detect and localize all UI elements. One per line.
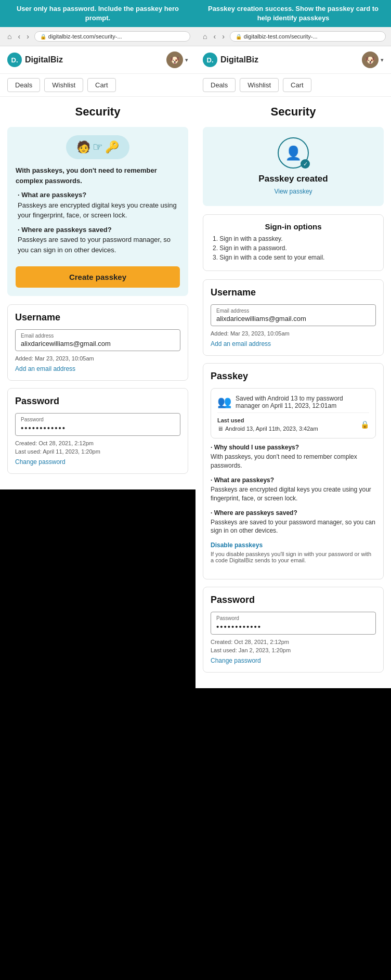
- back-icon-right[interactable]: ‹: [211, 31, 218, 42]
- faq-title-2: · What are passkeys?: [211, 476, 376, 484]
- tab-deals-right[interactable]: Deals: [203, 78, 236, 92]
- banner-right: Passkey creation success. Show the passk…: [196, 0, 391, 27]
- person-scan-icon: 🧑: [76, 140, 90, 154]
- faq-body-2: Passkeys are encrypted digital keys you …: [211, 485, 376, 503]
- page-content-right: Security 👤 ✓ Passkey created View passke…: [196, 97, 391, 688]
- lock-passkey-icon: 🔒: [360, 420, 369, 429]
- disable-passkeys-link[interactable]: Disable passkeys: [211, 541, 376, 549]
- password-lastused-meta-left: Last used: April 11, 2023, 1:20pm: [15, 448, 180, 455]
- logo-area-left: D. DigitalBiz: [7, 53, 63, 67]
- email-label-right: Email address: [216, 308, 370, 314]
- back-icon[interactable]: ‹: [16, 31, 22, 42]
- password-created-meta-left: Created: Oct 28, 2021, 2:12pm: [15, 440, 180, 446]
- password-section-left: Password Password •••••••••••• Created: …: [7, 388, 188, 474]
- browser-nav-left: ⌂ ‹ ›: [5, 31, 31, 42]
- home-icon[interactable]: ⌂: [5, 31, 14, 42]
- email-value-right: alixdaricewilliams@gmail.com: [216, 315, 370, 323]
- faq-title-1: · Why should I use passkeys?: [211, 444, 376, 451]
- username-section-left: Username Email address alixdaricewilliam…: [7, 304, 188, 381]
- url-bar-right[interactable]: 🔒 digitalbiz-test.com/security-...: [230, 31, 386, 42]
- app-header-left: D. DigitalBiz 🐶 ▾: [0, 46, 196, 74]
- app-name-left: DigitalBiz: [25, 55, 63, 65]
- avatar-area-left[interactable]: 🐶 ▾: [166, 51, 188, 68]
- email-label-left: Email address: [21, 333, 175, 339]
- passkey-device-icon: 👥: [217, 395, 231, 409]
- add-email-link-right[interactable]: Add an email address: [211, 340, 271, 347]
- password-field-left: Password ••••••••••••: [15, 413, 180, 436]
- create-passkey-button[interactable]: Create passkey: [16, 266, 180, 288]
- view-passkey-link[interactable]: View passkey: [274, 188, 312, 195]
- username-section-right: Username Email address alixdaricewilliam…: [203, 279, 384, 356]
- username-title-right: Username: [211, 287, 376, 298]
- change-password-link-right[interactable]: Change password: [211, 657, 261, 664]
- faq-item-3: · Where are passkeys saved? Passkeys are…: [211, 509, 376, 536]
- page-title-left: Security: [7, 105, 188, 119]
- hero-icons: 🧑 ☞ 🔑: [66, 135, 129, 159]
- faq-body-1: With passkeys, you don't need to remembe…: [211, 453, 376, 470]
- home-icon-right[interactable]: ⌂: [201, 31, 209, 42]
- passkey-section: Passkey 👥 Saved with Android 13 to my pa…: [203, 363, 384, 579]
- forward-icon[interactable]: ›: [24, 31, 31, 42]
- lock-icon-left: 🔒: [40, 34, 46, 40]
- passkey-section-title: Passkey: [211, 371, 376, 382]
- tab-cart-left[interactable]: Cart: [87, 78, 116, 92]
- change-password-link-left[interactable]: Change password: [15, 458, 66, 466]
- device-name-text: Android 13, April 11th, 2023, 3:42am: [225, 425, 318, 432]
- lock-icon-right: 🔒: [236, 34, 242, 40]
- signin-options-title: Sign-in options: [211, 222, 376, 231]
- chevron-down-icon-right: ▾: [381, 57, 384, 63]
- tab-cart-right[interactable]: Cart: [283, 78, 311, 92]
- password-label-right: Password: [216, 615, 370, 621]
- chevron-down-icon-left: ▾: [185, 57, 188, 63]
- page-content-left: Security 🧑 ☞ 🔑 With passkeys, you don't …: [0, 97, 196, 489]
- tab-wishlist-right[interactable]: Wishlist: [240, 78, 279, 92]
- url-text-left: digitalbiz-test.com/security-...: [48, 33, 122, 40]
- password-title-right: Password: [211, 595, 376, 605]
- signin-option-2: 2. Sign in with a password.: [211, 244, 376, 252]
- password-field-right: Password ••••••••••••: [211, 612, 376, 635]
- signin-option-3: 3. Sign in with a code sent to your emai…: [211, 254, 376, 261]
- forward-icon-right[interactable]: ›: [220, 31, 227, 42]
- hero-bullet-2: · Where are passkeys saved? Passkeys are…: [16, 225, 180, 255]
- disable-passkeys-desc: If you disable passkeys you'll sign in w…: [211, 551, 376, 563]
- passkey-created-card: 👤 ✓ Passkey created View passkey: [203, 127, 384, 206]
- url-text-right: digitalbiz-test.com/security-...: [244, 33, 318, 40]
- left-panel: ⌂ ‹ › 🔒 digitalbiz-test.com/security-...…: [0, 27, 196, 489]
- tab-wishlist-left[interactable]: Wishlist: [44, 78, 83, 92]
- right-panel: ⌂ ‹ › 🔒 digitalbiz-test.com/security-...…: [196, 27, 391, 688]
- faq-title-3: · Where are passkeys saved?: [211, 509, 376, 517]
- logo-mark-right: D.: [203, 53, 217, 67]
- password-lastused-meta-right: Last used: Jan 2, 2023, 1:20pm: [211, 647, 376, 653]
- password-label-left: Password: [21, 417, 175, 422]
- nav-tabs-right: Deals Wishlist Cart: [196, 74, 391, 97]
- fingerprint-icon: ☞: [93, 140, 103, 154]
- passkey-created-icon: 👤 ✓: [278, 137, 309, 169]
- password-section-right: Password Password •••••••••••• Created: …: [203, 587, 384, 673]
- avatar-area-right[interactable]: 🐶 ▾: [362, 51, 384, 68]
- page-title-right: Security: [203, 105, 384, 119]
- password-created-meta-right: Created: Oct 28, 2021, 2:12pm: [211, 639, 376, 645]
- add-email-link-left[interactable]: Add an email address: [15, 365, 75, 372]
- key-icon: 🔑: [105, 140, 119, 154]
- passkey-device-text: Saved with Android 13 to my password man…: [236, 395, 369, 409]
- passkey-device-card: 👥 Saved with Android 13 to my password m…: [211, 388, 376, 439]
- faq-item-2: · What are passkeys? Passkeys are encryp…: [211, 476, 376, 503]
- url-bar-left[interactable]: 🔒 digitalbiz-test.com/security-...: [34, 31, 190, 42]
- email-value-left: alixdaricewilliams@gmail.com: [21, 340, 175, 347]
- email-field-right: Email address alixdaricewilliams@gmail.c…: [211, 304, 376, 326]
- hero-text: With passkeys, you don't need to remembe…: [16, 165, 180, 255]
- app-name-right: DigitalBiz: [220, 55, 258, 65]
- hero-bullet-1-body: Passkeys are encrypted digital keys you …: [18, 201, 177, 220]
- signin-list: 1. Sign in with a passkey. 2. Sign in wi…: [211, 235, 376, 261]
- banner-right-text: Passkey creation success. Show the passk…: [208, 5, 379, 22]
- person-check-icon: 👤: [285, 145, 302, 161]
- banner-left: User only has password. Include the pass…: [0, 0, 196, 27]
- hero-bullet-1: · What are passkeys? Passkeys are encryp…: [16, 190, 180, 221]
- signin-option-1: 1. Sign in with a passkey.: [211, 235, 376, 242]
- email-added-meta-left: Added: Mar 23, 2023, 10:05am: [15, 355, 180, 362]
- banner-left-text: User only has password. Include the pass…: [17, 5, 179, 22]
- tab-deals-left[interactable]: Deals: [7, 78, 40, 92]
- faq-item-1: · Why should I use passkeys? With passke…: [211, 444, 376, 470]
- last-used-row: Last used 🖥 Android 13, April 11th, 2023…: [217, 412, 369, 432]
- faq-body-3: Passkeys are saved to your password mana…: [211, 518, 376, 536]
